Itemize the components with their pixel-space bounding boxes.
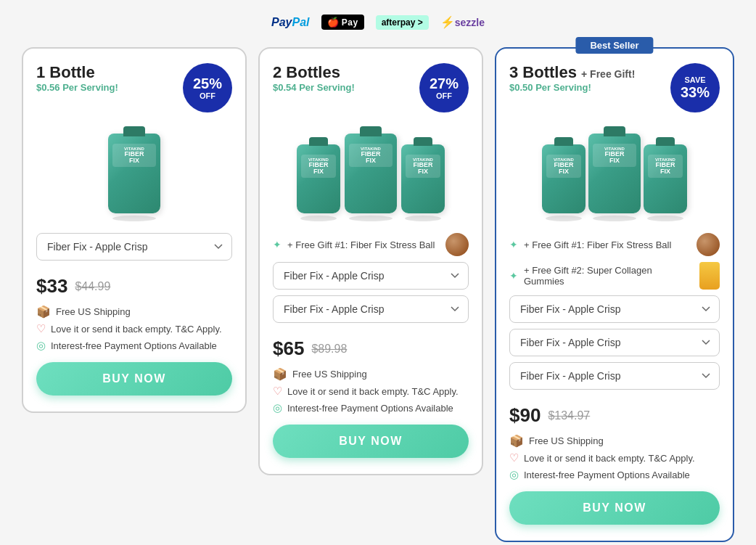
stress-ball-icon	[445, 233, 469, 256]
buy-now-button[interactable]: BUY NOW	[36, 362, 232, 396]
free-gift-text-2: + Free Gift #2: Super Collagen Gummies	[524, 265, 694, 287]
badge-pct: 33%	[681, 84, 710, 100]
buy-now-button[interactable]: BUY NOW	[509, 491, 720, 525]
price-row: $90 $134.97	[509, 404, 720, 427]
card-header: 3 Bottles + Free Gift! $0.50 Per Serving…	[509, 63, 720, 112]
feature-list: 📦 Free US Shipping ♡ Love it or send it …	[36, 305, 232, 352]
card-1-bottle: 1 Bottle $0.56 Per Serving! 25% OFF Vita…	[22, 47, 247, 413]
bottle-illustration: VitaKind FIBERFIX	[108, 134, 160, 213]
paypal-logo: PayPal	[271, 16, 309, 29]
percent-icon: ◎	[509, 468, 519, 481]
current-price: $90	[509, 404, 541, 427]
per-serving-text: $0.54 Per Serving!	[273, 82, 355, 93]
collagen-bottle-icon	[699, 262, 720, 290]
heart-icon: ♡	[273, 385, 282, 398]
badge-save: SAVE	[684, 75, 705, 84]
heart-icon: ♡	[36, 322, 46, 335]
badge-pct: 25%	[193, 75, 222, 91]
payment-logos-bar: PayPal 🍎 Pay afterpay > ⚡sezzle	[15, 15, 741, 30]
feature-returns: ♡ Love it or send it back empty. T&C App…	[509, 451, 720, 464]
afterpay-logo: afterpay >	[376, 15, 429, 30]
feature-list: 📦 Free US Shipping ♡ Love it or send it …	[273, 367, 469, 414]
current-price: $65	[273, 337, 304, 360]
feature-payment: ◎ Interest-free Payment Options Availabl…	[509, 468, 720, 481]
per-serving-text: $0.56 Per Serving!	[36, 82, 118, 93]
feature-returns: ♡ Love it or send it back empty. T&C App…	[273, 385, 469, 398]
original-price: $89.98	[311, 343, 347, 356]
feature-returns: ♡ Love it or send it back empty. T&C App…	[36, 322, 232, 335]
percent-icon: ◎	[273, 401, 282, 414]
bottle-illustration: VitaKind FIBERFIX	[297, 144, 340, 213]
feature-shipping: 📦 Free US Shipping	[273, 367, 469, 381]
free-gift-row-1: ✦ + Free Gift #1: Fiber Fix Stress Ball	[273, 233, 469, 256]
bottle-illustration: VitaKind FIBERFIX	[345, 134, 397, 213]
bottle-shadow	[112, 216, 156, 221]
sparkle-icon: ✦	[273, 239, 282, 250]
price-row: $65 $89.98	[273, 337, 469, 360]
price-row: $33 $44.99	[36, 275, 232, 298]
pricing-cards: 1 Bottle $0.56 Per Serving! 25% OFF Vita…	[15, 47, 741, 542]
product-image-area: VitaKind FIBERFIX	[36, 120, 232, 221]
free-gift-text: + Free Gift #1: Fiber Fix Stress Ball	[287, 239, 435, 250]
current-price: $33	[36, 275, 67, 298]
bottle-illustration: VitaKind FIBERFIX	[401, 144, 445, 213]
bottle-count-title: 3 Bottles + Free Gift!	[509, 63, 635, 82]
discount-badge: SAVE 33%	[670, 63, 720, 112]
badge-off: OFF	[436, 91, 452, 100]
flavor-select-3-2[interactable]: Fiber Fix - Apple Crisp	[509, 329, 720, 356]
card-header: 2 Bottles $0.54 Per Serving! 27% OFF	[273, 63, 469, 112]
bottle-illustration: VitaKind FIBERFIX	[588, 134, 641, 213]
product-image-area: VitaKind FIBERFIX VitaKind FIBERFIX	[273, 120, 469, 221]
feature-list: 📦 Free US Shipping ♡ Love it or send it …	[509, 434, 720, 481]
flavor-select-2-2[interactable]: Fiber Fix - Apple Crisp	[273, 295, 469, 323]
discount-badge: 25% OFF	[183, 63, 232, 112]
per-serving-text: $0.50 Per Serving!	[509, 82, 635, 93]
original-price: $44.99	[75, 280, 110, 293]
free-gift-inline: + Free Gift!	[581, 68, 635, 80]
percent-icon: ◎	[36, 339, 46, 352]
sparkle-icon: ✦	[509, 239, 518, 250]
stress-ball-icon	[697, 233, 720, 256]
discount-badge: 27% OFF	[419, 63, 469, 112]
applepay-logo: 🍎 Pay	[321, 15, 364, 30]
free-gift-row-2: ✦ + Free Gift #2: Super Collagen Gummies	[509, 262, 720, 290]
card-header: 1 Bottle $0.56 Per Serving! 25% OFF	[36, 63, 232, 112]
free-gift-row-1: ✦ + Free Gift #1: Fiber Fix Stress Ball	[509, 233, 720, 256]
sparkle-icon: ✦	[509, 270, 518, 282]
best-seller-banner: Best Seller	[575, 37, 653, 54]
bottle-illustration: VitaKind FIBERFIX	[644, 144, 687, 213]
bottle-count-title: 1 Bottle	[36, 63, 118, 82]
heart-icon: ♡	[509, 451, 519, 464]
feature-payment: ◎ Interest-free Payment Options Availabl…	[36, 339, 232, 352]
flavor-select-2-1[interactable]: Fiber Fix - Apple Crisp	[273, 262, 469, 290]
bottle-illustration: VitaKind FIBERFIX	[542, 144, 586, 213]
card-2-bottles: 2 Bottles $0.54 Per Serving! 27% OFF Vit…	[258, 47, 483, 475]
product-image-area: VitaKind FIBERFIX VitaKind FIBERFIX	[509, 120, 720, 221]
shipping-icon: 📦	[36, 305, 51, 319]
badge-off: OFF	[200, 91, 215, 100]
badge-pct: 27%	[430, 75, 459, 91]
flavor-select-3-1[interactable]: Fiber Fix - Apple Crisp	[509, 295, 720, 323]
feature-shipping: 📦 Free US Shipping	[36, 305, 232, 319]
flavor-select-3-3[interactable]: Fiber Fix - Apple Crisp	[509, 362, 720, 390]
card-3-bottles: Best Seller 3 Bottles + Free Gift! $0.50…	[495, 47, 734, 542]
shipping-icon: 📦	[273, 367, 287, 381]
bottle-count-title: 2 Bottles	[273, 63, 355, 82]
original-price: $134.97	[548, 409, 590, 422]
feature-payment: ◎ Interest-free Payment Options Availabl…	[273, 401, 469, 414]
feature-shipping: 📦 Free US Shipping	[509, 434, 720, 448]
flavor-select-1[interactable]: Fiber Fix - Apple Crisp	[36, 233, 232, 261]
free-gift-text-1: + Free Gift #1: Fiber Fix Stress Ball	[524, 239, 671, 250]
shipping-icon: 📦	[509, 434, 524, 448]
sezzle-logo: ⚡sezzle	[440, 15, 485, 29]
buy-now-button[interactable]: BUY NOW	[273, 425, 469, 458]
